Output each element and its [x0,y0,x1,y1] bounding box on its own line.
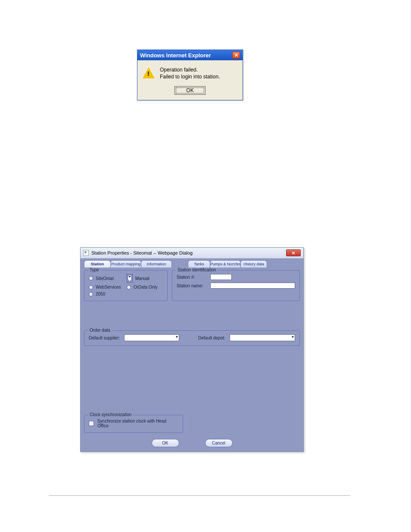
radio-label: 2050 [96,292,105,296]
radio-icon [89,292,93,296]
tab-label: Pumps & Nozzles [210,262,241,266]
sync-label: Synchronize station clock with Head Offi… [97,419,178,428]
radio-label: SiteOmat [96,276,114,281]
spacer [82,350,302,415]
station-identification-group: Station identification Station #: Statio… [172,270,300,301]
tab-strip: Station Product mapping Information Tank… [84,260,300,268]
tab-history-data[interactable]: History data [240,260,267,268]
ie-body: Operation failed. Failed to login into s… [137,60,243,100]
radio-label: WebServices [96,285,121,289]
station-number-input[interactable] [210,274,232,280]
station-name-input[interactable] [210,283,295,289]
ie-titlebar[interactable]: Windows Internet Explorer ✕ [137,50,243,60]
tab-product-mapping[interactable]: Product mapping [110,260,141,268]
ie-msg-line1: Operation failed. [160,66,220,73]
page-divider [49,495,350,496]
tab-label: Station [91,262,104,266]
clock-legend: Clock synchronization [88,412,133,417]
ie-message: Operation failed. Failed to login into s… [160,66,220,80]
tab-pumps-nozzles[interactable]: Pumps & Nozzles [210,260,241,268]
type-legend: Type [88,268,101,272]
radio-icon [127,285,131,289]
close-glyph: ✕ [234,53,238,58]
radio-icon [89,276,93,280]
close-glyph: ✕ [292,251,295,255]
radio-2050[interactable]: 2050 [89,292,125,296]
tab-tanks[interactable]: Tanks [188,260,210,268]
default-supplier-label: Default supplier: [89,336,120,340]
ie-error-dialog: Windows Internet Explorer ✕ Operation fa… [137,50,243,100]
tab-label: Tanks [194,262,204,266]
radio-ordata[interactable]: OrData Only [127,285,163,289]
order-legend: Order data [88,328,112,333]
station-name-label: Station name: [177,283,207,288]
ident-legend: Station identification [176,268,218,272]
ok-button[interactable]: OK [152,439,179,447]
tab-station[interactable]: Station [84,260,111,268]
ie-msg-line2: Failed to login into station. [160,73,220,80]
default-depot-label: Default depot: [198,336,225,340]
type-group: Type SiteOmat Manual WebServices OrData … [84,270,168,301]
warning-icon [143,67,155,78]
radio-webservices[interactable]: WebServices [89,285,125,289]
tab-information[interactable]: Information [141,260,172,268]
radio-manual[interactable]: Manual [127,274,163,283]
radio-siteomat[interactable]: SiteOmat [89,274,125,283]
tab-label: History data [243,262,264,266]
sync-checkbox[interactable] [89,421,94,426]
tab-label: Information [146,262,166,266]
radio-label: OrData Only [134,285,158,289]
close-icon[interactable]: ✕ [232,52,240,59]
ie-title-text: Windows Internet Explorer [140,52,211,59]
radio-icon [89,285,93,289]
station-number-label: Station #: [177,275,207,280]
sp-titlebar[interactable]: Station Properties - Siteomat -- Webpage… [81,248,303,258]
dialog-footer: OK Cancel [82,439,302,447]
cancel-button[interactable]: Cancel [205,439,233,447]
sp-title-text: Station Properties - Siteomat -- Webpage… [91,250,193,255]
order-data-group: Order data Default supplier: Default dep… [84,330,300,346]
tab-label: Product mapping [111,262,140,266]
ok-button[interactable]: OK [174,86,206,95]
station-properties-dialog: Station Properties - Siteomat -- Webpage… [80,247,304,452]
default-depot-select[interactable] [230,334,295,341]
default-supplier-select[interactable] [124,334,179,341]
spacer [82,305,302,330]
page-icon [83,250,89,256]
sp-body: Station Product mapping Information Tank… [81,258,303,451]
radio-icon [128,274,132,281]
radio-focus-box [127,274,133,283]
clock-sync-group: Clock synchronization Synchronize statio… [84,415,183,433]
radio-label: Manual [135,276,149,281]
close-button[interactable]: ✕ [286,249,301,256]
